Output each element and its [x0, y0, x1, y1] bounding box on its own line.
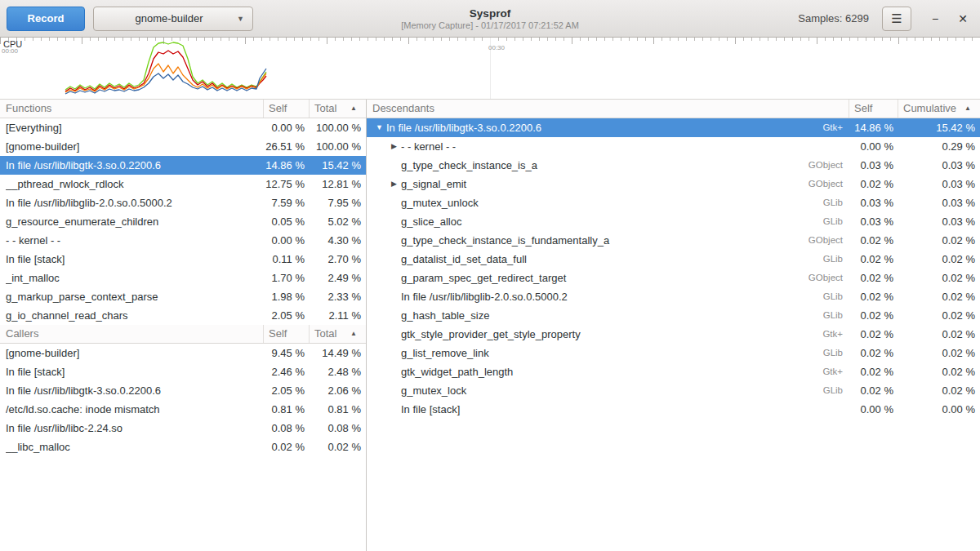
table-row[interactable]: ▶g_signal_emitGObject0.02 %0.03 %: [367, 175, 980, 193]
total-value: 2.49 %: [310, 269, 366, 287]
library-badge: Gtk+: [822, 362, 849, 381]
table-row[interactable]: In file /usr/lib/libgtk-3.so.0.2200.62.0…: [0, 381, 366, 400]
table-row[interactable]: In file /usr/lib/libglib-2.0.so.0.5000.2…: [0, 193, 366, 212]
table-row[interactable]: __libc_malloc0.02 %0.02 %: [0, 438, 366, 456]
column-header-self[interactable]: Self: [264, 100, 310, 118]
chevron-down-icon: ▼: [237, 15, 244, 23]
function-name: g_type_check_instance_is_a: [401, 156, 808, 175]
descendant-name-cell: g_slice_allocGLib: [367, 212, 849, 231]
table-row[interactable]: g_list_remove_linkGLib0.02 %0.02 %: [367, 344, 980, 362]
function-name-cell: - - kernel - -: [0, 231, 264, 250]
column-header-self[interactable]: Self: [849, 100, 898, 118]
function-name: In file /usr/lib/libgtk-3.so.0.2200.6: [6, 156, 264, 175]
total-value: 15.42 %: [310, 156, 366, 175]
total-value: 2.06 %: [310, 381, 366, 400]
table-row[interactable]: g_param_spec_get_redirect_targetGObject0…: [367, 269, 980, 287]
table-row[interactable]: In file /usr/lib/libc-2.24.so0.08 %0.08 …: [0, 419, 366, 438]
table-row[interactable]: In file [stack]0.11 %2.70 %: [0, 250, 366, 269]
self-value: 0.00 %: [849, 400, 898, 419]
self-value: 0.02 %: [849, 269, 898, 287]
function-name-cell: In file [stack]: [0, 362, 264, 381]
table-row[interactable]: g_mutex_unlockGLib0.03 %0.03 %: [367, 193, 980, 212]
table-row[interactable]: g_io_channel_read_chars2.05 %2.11 %: [0, 306, 366, 325]
function-name: g_io_channel_read_chars: [6, 306, 264, 325]
self-value: 0.03 %: [849, 156, 898, 175]
descendant-name-cell: In file [stack]: [367, 400, 849, 419]
process-selector-label: gnome-builder: [135, 12, 203, 24]
total-value: 100.00 %: [310, 137, 366, 156]
table-row[interactable]: g_hash_table_sizeGLib0.02 %0.02 %: [367, 306, 980, 325]
function-name-cell: g_io_channel_read_chars: [0, 306, 264, 325]
table-row[interactable]: In file [stack]0.00 %0.00 %: [367, 400, 980, 419]
left-panel: Functions Self Total ▲ [Everything]0.00 …: [0, 100, 367, 551]
function-name: g_param_spec_get_redirect_target: [401, 269, 808, 287]
table-row[interactable]: gtk_style_provider_get_style_propertyGtk…: [367, 325, 980, 344]
descendant-name-cell: ▼In file /usr/lib/libgtk-3.so.0.2200.6Gt…: [367, 118, 849, 137]
function-name: g_slice_alloc: [401, 212, 823, 231]
column-header-callers[interactable]: Callers: [0, 325, 264, 343]
column-header-self[interactable]: Self: [264, 325, 310, 343]
table-row[interactable]: g_type_check_instance_is_fundamentally_a…: [367, 231, 980, 250]
table-row[interactable]: /etc/ld.so.cache: inode mismatch0.81 %0.…: [0, 400, 366, 419]
functions-table: [Everything]0.00 %100.00 %[gnome-builder…: [0, 118, 366, 325]
column-header-descendants[interactable]: Descendants: [367, 100, 849, 118]
table-row[interactable]: g_datalist_id_set_data_fullGLib0.02 %0.0…: [367, 250, 980, 269]
self-value: 0.02 %: [849, 250, 898, 269]
cumulative-value: 0.02 %: [898, 250, 980, 269]
function-name-cell: In file [stack]: [0, 250, 264, 269]
table-row[interactable]: g_mutex_lockGLib0.02 %0.02 %: [367, 381, 980, 400]
function-name: In file /usr/lib/libgtk-3.so.0.2200.6: [6, 381, 264, 400]
minimize-button[interactable]: −: [924, 8, 946, 29]
table-row[interactable]: [gnome-builder]26.51 %100.00 %: [0, 137, 366, 156]
table-row[interactable]: _int_malloc1.70 %2.49 %: [0, 269, 366, 287]
expander-icon[interactable]: ▼: [372, 118, 386, 137]
table-row[interactable]: [gnome-builder]9.45 %14.49 %: [0, 344, 366, 362]
table-row[interactable]: g_resource_enumerate_children0.05 %5.02 …: [0, 212, 366, 231]
cumulative-value: 0.02 %: [898, 231, 980, 250]
expander-icon[interactable]: ▶: [387, 137, 401, 156]
process-selector-dropdown[interactable]: gnome-builder ▼: [93, 7, 253, 31]
close-button[interactable]: ✕: [952, 8, 973, 29]
table-row[interactable]: g_type_check_instance_is_aGObject0.03 %0…: [367, 156, 980, 175]
column-header-functions[interactable]: Functions: [0, 100, 264, 118]
table-row[interactable]: __pthread_rwlock_rdlock12.75 %12.81 %: [0, 175, 366, 193]
self-value: 0.02 %: [849, 344, 898, 362]
table-row[interactable]: In file /usr/lib/libgtk-3.so.0.2200.614.…: [0, 156, 366, 175]
column-header-total[interactable]: Total ▲: [310, 100, 366, 118]
table-row[interactable]: In file [stack]2.46 %2.48 %: [0, 362, 366, 381]
table-row[interactable]: In file /usr/lib/libglib-2.0.so.0.5000.2…: [367, 287, 980, 306]
table-row[interactable]: g_markup_parse_context_parse1.98 %2.33 %: [0, 287, 366, 306]
cumulative-value: 0.02 %: [898, 269, 980, 287]
sort-indicator-icon: ▲: [350, 100, 357, 118]
cumulative-value: 0.03 %: [898, 175, 980, 193]
record-button[interactable]: Record: [7, 7, 85, 31]
right-panel: Descendants Self Cumulative ▲ ▼In file /…: [367, 100, 980, 551]
function-name: [Everything]: [6, 118, 264, 137]
function-name: g_mutex_unlock: [401, 193, 823, 212]
table-row[interactable]: ▼In file /usr/lib/libgtk-3.so.0.2200.6Gt…: [367, 118, 980, 137]
total-value: 4.30 %: [310, 231, 366, 250]
total-value: 2.11 %: [310, 306, 366, 325]
total-value: 12.81 %: [310, 175, 366, 193]
self-value: 0.05 %: [264, 212, 310, 231]
self-value: 7.59 %: [264, 193, 310, 212]
menu-button[interactable]: ☰: [882, 7, 911, 31]
column-header-total[interactable]: Total ▲: [310, 325, 366, 343]
column-header-cumulative[interactable]: Cumulative ▲: [898, 100, 980, 118]
cumulative-value: 0.02 %: [898, 306, 980, 325]
function-name-cell: __libc_malloc: [0, 438, 264, 456]
expander-icon[interactable]: ▶: [387, 175, 401, 193]
library-badge: GLib: [823, 306, 849, 325]
cpu-graph[interactable]: CPU 00:00 00:30: [0, 38, 980, 100]
library-badge: GLib: [823, 344, 849, 362]
table-row[interactable]: ▶- - kernel - -0.00 %0.29 %: [367, 137, 980, 156]
table-row[interactable]: - - kernel - -0.00 %4.30 %: [0, 231, 366, 250]
function-name-cell: g_markup_parse_context_parse: [0, 287, 264, 306]
self-value: 0.00 %: [264, 231, 310, 250]
table-row[interactable]: g_slice_allocGLib0.03 %0.03 %: [367, 212, 980, 231]
self-value: 14.86 %: [264, 156, 310, 175]
table-row[interactable]: gtk_widget_path_lengthGtk+0.02 %0.02 %: [367, 362, 980, 381]
table-row[interactable]: [Everything]0.00 %100.00 %: [0, 118, 366, 137]
self-value: 0.02 %: [264, 438, 310, 456]
functions-table-header: Functions Self Total ▲: [0, 100, 366, 118]
